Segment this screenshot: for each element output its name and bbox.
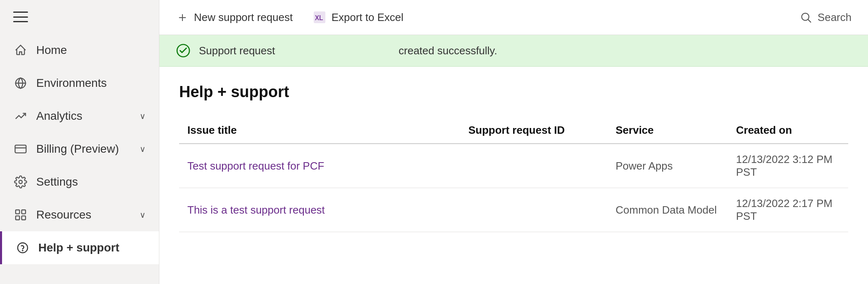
col-header-support-request-id: Support request ID [460,117,608,144]
svg-rect-7 [22,216,26,220]
svg-rect-4 [16,210,19,214]
resources-icon [13,207,28,222]
support-table: Issue title Support request ID Service C… [179,117,848,232]
banner-message-part1: Support request [199,44,275,57]
export-to-excel-label: Export to Excel [331,11,404,24]
svg-rect-1 [15,145,26,153]
issue-title-pcf[interactable]: Test support request for PCF [179,144,460,188]
sidebar-item-analytics-label: Analytics [36,109,131,123]
sidebar-item-help-support-label: Help + support [38,241,146,254]
svg-rect-5 [22,210,26,214]
analytics-icon [13,109,28,123]
new-support-request-button[interactable]: ＋ New support request [176,8,293,26]
col-header-issue-title: Issue title [179,117,460,144]
svg-point-9 [22,250,23,251]
globe-icon [13,76,28,91]
table-row: Test support request for PCF Power Apps … [179,144,848,188]
success-banner: Support request created successfully. [159,35,868,67]
table-header: Issue title Support request ID Service C… [179,117,848,144]
sidebar-item-home[interactable]: Home [0,34,159,67]
support-request-id-1 [460,144,608,188]
toolbar: ＋ New support request XL Export to Excel… [159,0,868,35]
table-row: This is a test support request Common Da… [179,188,848,232]
new-support-request-label: New support request [194,11,293,24]
excel-icon: XL [313,10,327,24]
menu-toggle-button[interactable] [13,12,28,22]
svg-point-12 [802,13,809,21]
sidebar-header [0,0,159,34]
svg-text:XL: XL [315,14,323,21]
sidebar: Home Environments Analytics ∨ [0,0,159,284]
svg-line-13 [808,20,811,23]
sidebar-item-environments[interactable]: Environments [0,67,159,100]
help-icon [15,240,30,255]
table-body: Test support request for PCF Power Apps … [179,144,848,232]
main-content: ＋ New support request XL Export to Excel… [159,0,868,284]
home-icon [13,43,28,58]
sidebar-item-help-support[interactable]: Help + support [0,231,159,264]
analytics-chevron-icon: ∨ [140,111,146,121]
banner-message-part2: created successfully. [399,44,497,57]
col-header-created-on: Created on [728,117,849,144]
svg-point-3 [19,180,22,184]
plus-icon: ＋ [176,8,189,26]
search-label: Search [818,11,852,24]
sidebar-item-analytics[interactable]: Analytics ∨ [0,100,159,133]
issue-title-test[interactable]: This is a test support request [179,188,460,232]
service-1: Power Apps [607,144,728,188]
svg-rect-6 [16,216,19,220]
resources-chevron-icon: ∨ [140,210,146,220]
sidebar-item-home-label: Home [36,44,146,57]
page-content: Help + support Issue title Support reque… [159,67,868,284]
search-area[interactable]: Search [800,11,852,24]
sidebar-item-environments-label: Environments [36,77,146,90]
service-2: Common Data Model [607,188,728,232]
export-to-excel-button[interactable]: XL Export to Excel [313,10,404,24]
created-on-1: 12/13/2022 3:12 PM PST [728,144,849,188]
sidebar-item-resources-label: Resources [36,208,131,221]
sidebar-item-billing-label: Billing (Preview) [36,142,131,156]
support-request-id-2 [460,188,608,232]
billing-chevron-icon: ∨ [140,144,146,154]
created-on-2: 12/13/2022 2:17 PM PST [728,188,849,232]
sidebar-item-settings[interactable]: Settings [0,165,159,198]
sidebar-item-resources[interactable]: Resources ∨ [0,198,159,231]
search-icon [800,11,812,23]
sidebar-item-settings-label: Settings [36,175,146,189]
sidebar-nav: Home Environments Analytics ∨ [0,34,159,264]
sidebar-item-billing[interactable]: Billing (Preview) ∨ [0,133,159,165]
billing-icon [13,142,28,156]
page-title: Help + support [179,83,848,101]
gear-icon [13,175,28,189]
success-icon [176,43,191,58]
col-header-service: Service [607,117,728,144]
